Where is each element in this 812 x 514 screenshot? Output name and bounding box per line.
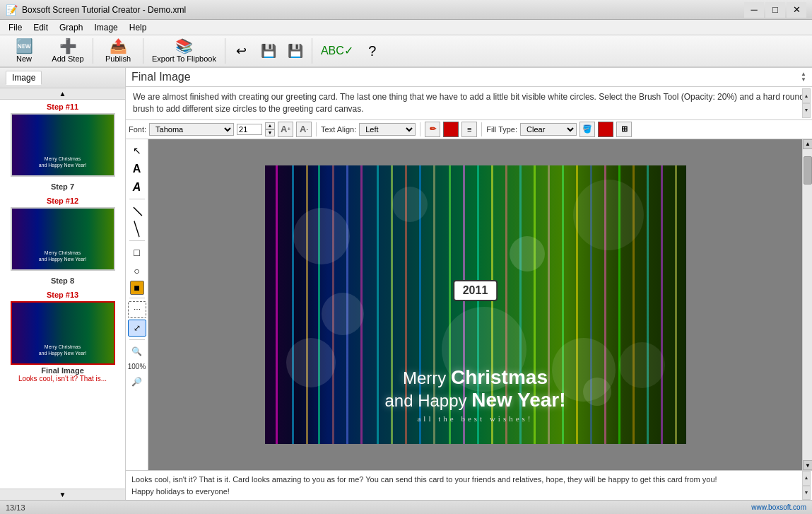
- zoom-out-tool[interactable]: 🔎: [128, 373, 146, 390]
- canvas-scroll-thumb: [804, 156, 812, 185]
- sidebar: Image ▲ Step #11 Merry Christmas and Hap…: [0, 68, 126, 500]
- align-label: Text Align:: [321, 125, 356, 134]
- undo-button[interactable]: ↩: [229, 37, 254, 65]
- xmas-happy: and Happy New Year!: [265, 389, 686, 411]
- xmas-text: Merry Christmas and Happy New Year! all …: [265, 366, 686, 423]
- fill-color-swatch[interactable]: [598, 122, 613, 137]
- menu-edit[interactable]: Edit: [28, 21, 54, 34]
- tool-sep-3: [129, 298, 145, 298]
- header-scroll-down[interactable]: ▼: [801, 77, 806, 83]
- canvas-scroll-down[interactable]: ▼: [803, 460, 812, 470]
- addstep-button[interactable]: ➕ Add Step: [47, 37, 89, 65]
- final-image-label: Final Image: [3, 366, 122, 375]
- text-color-swatch[interactable]: [443, 122, 459, 137]
- toolbar: 🆕 New ➕ Add Step 📤 Publish 📚 Export To F…: [0, 35, 812, 68]
- line-tool[interactable]: ╱: [126, 216, 149, 241]
- desc-scroll-up[interactable]: ▲: [802, 88, 811, 103]
- page-title: Final Image: [131, 71, 191, 83]
- help-toolbar-button[interactable]: ?: [360, 37, 385, 65]
- step-12-thumbnail[interactable]: Merry Christmas and Happy New Year!: [11, 207, 115, 271]
- font-shrink-button[interactable]: A-: [296, 122, 312, 137]
- transform-button[interactable]: ⊞: [616, 122, 632, 137]
- lines-button[interactable]: ≡: [461, 122, 477, 137]
- toolbar-sep-1: [93, 38, 93, 64]
- new-icon: 🆕: [16, 39, 33, 53]
- app-icon: 📝: [6, 4, 18, 16]
- page-position: 13/13: [6, 503, 25, 512]
- save-icon: 💾: [261, 45, 276, 57]
- list-item: Step #13 Merry Christmas and Happy New Y…: [3, 291, 122, 382]
- menu-file[interactable]: File: [3, 21, 28, 34]
- step-12-title: Step #12: [3, 197, 122, 205]
- menu-graph[interactable]: Graph: [54, 21, 88, 34]
- watermark: www.boxsoft.com: [751, 503, 806, 511]
- spellcheck-button[interactable]: ABC✓: [316, 37, 358, 65]
- addstep-icon: ➕: [59, 39, 77, 53]
- footer-scroll-down[interactable]: ▼: [802, 486, 811, 501]
- canvas-scrollbar: ▲ ▼: [802, 139, 812, 470]
- align-select[interactable]: Left Center Right: [359, 123, 416, 136]
- addstep-label: Add Step: [52, 54, 83, 63]
- desc-scroll-down[interactable]: ▼: [802, 103, 811, 118]
- main-layout: Image ▲ Step #11 Merry Christmas and Hap…: [0, 68, 812, 500]
- fill-select[interactable]: Clear Solid: [520, 123, 577, 136]
- toolbar-sep-3: [225, 38, 225, 64]
- list-item: Step 7: [3, 182, 122, 191]
- zoom-value: 100%: [128, 363, 146, 370]
- font-size-up[interactable]: ▲: [265, 122, 275, 129]
- marquee-tool[interactable]: ⋯: [128, 301, 146, 318]
- sidebar-scroll-up[interactable]: ▲: [0, 88, 125, 100]
- step-11-thumbnail[interactable]: Merry Christmas and Happy New Year!: [11, 113, 115, 177]
- font-grow-button[interactable]: A+: [278, 122, 293, 137]
- save2-icon: 💾: [288, 45, 303, 57]
- text2-tool[interactable]: A: [128, 179, 146, 196]
- zoom-in-tool[interactable]: 🔍: [128, 343, 146, 360]
- xmas-merry: Merry Christmas: [265, 366, 686, 389]
- description-area: We are almost finished with creating our…: [126, 87, 812, 120]
- content-area: Final Image ▲ ▼ We are almost finished w…: [126, 68, 812, 500]
- save2-button[interactable]: 💾: [283, 37, 308, 65]
- menu-help[interactable]: Help: [124, 21, 153, 34]
- sidebar-tabs: Image: [0, 68, 125, 88]
- font-size-down[interactable]: ▼: [265, 129, 275, 136]
- export-icon: 📚: [175, 39, 193, 53]
- pen-button[interactable]: ✏: [425, 122, 440, 137]
- ellipse-tool[interactable]: ○: [128, 262, 146, 279]
- publish-icon: 📤: [110, 39, 127, 53]
- new-button[interactable]: 🆕 New: [3, 37, 45, 65]
- font-size-input[interactable]: [237, 124, 262, 135]
- fill-tool[interactable]: ■: [130, 281, 144, 295]
- list-item: Step #12 Merry Christmas and Happy New Y…: [3, 197, 122, 271]
- tab-image[interactable]: Image: [6, 71, 42, 85]
- footer-notes: Looks cool, isn't it? That is it. Card l…: [126, 470, 812, 500]
- publish-button[interactable]: 📤 Publish: [97, 37, 139, 65]
- transform-tool[interactable]: ⤢: [128, 320, 146, 337]
- canvas-scroll-up[interactable]: ▲: [803, 139, 812, 149]
- export-label: Export To Flipbook: [152, 54, 216, 63]
- step-13-title: Step #13: [3, 291, 122, 299]
- close-button[interactable]: ✕: [787, 2, 806, 18]
- step-13-thumbnail[interactable]: Merry Christmas and Happy New Year!: [11, 301, 115, 365]
- canvas-scroll-track[interactable]: [803, 149, 812, 460]
- font-select[interactable]: Tahoma: [149, 123, 234, 136]
- format-bar: Font: Tahoma ▲ ▼ A+ A- Text Align: Left …: [126, 120, 812, 139]
- help-icon: ?: [368, 44, 376, 58]
- text-tool[interactable]: A: [128, 160, 146, 177]
- footer-scroll-up[interactable]: ▲: [802, 471, 811, 486]
- rect-tool[interactable]: □: [128, 244, 146, 261]
- font-size-spin: ▲ ▼: [265, 122, 275, 136]
- fill-picker-button[interactable]: 🪣: [579, 122, 595, 137]
- maximize-button[interactable]: □: [765, 2, 785, 18]
- footer-scroll: ▲ ▼: [802, 471, 811, 500]
- xmas-subtitle: all the best wishes!: [265, 414, 686, 423]
- minimize-button[interactable]: ─: [744, 2, 764, 18]
- titlebar: 📝 Boxsoft Screen Tutorial Creator - Demo…: [0, 0, 812, 20]
- fill-label: Fill Type:: [486, 125, 517, 134]
- sidebar-scroll-area: Step #11 Merry Christmas and Happy New Y…: [0, 100, 125, 489]
- sidebar-scroll-down[interactable]: ▼: [0, 489, 125, 500]
- save-button[interactable]: 💾: [256, 37, 281, 65]
- select-tool[interactable]: ↖: [128, 142, 146, 159]
- export-button[interactable]: 📚 Export To Flipbook: [147, 37, 221, 65]
- font-label: Font:: [129, 125, 146, 134]
- menu-image[interactable]: Image: [88, 21, 123, 34]
